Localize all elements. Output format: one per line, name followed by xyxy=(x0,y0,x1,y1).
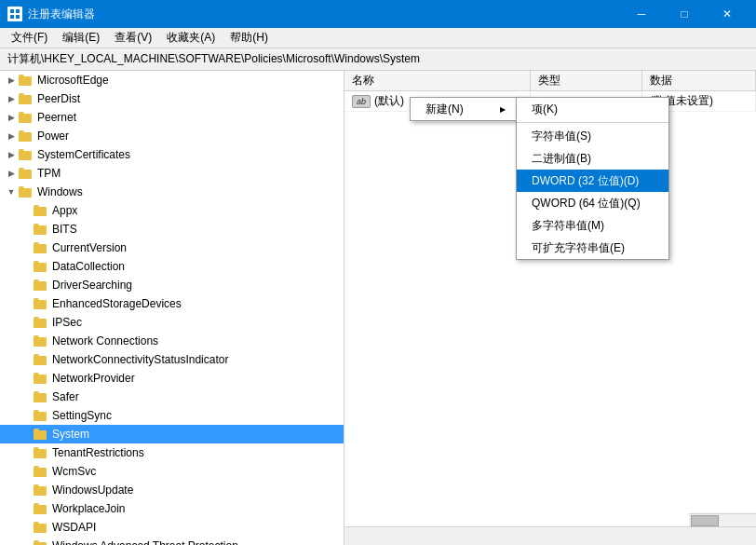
folder-icon xyxy=(34,353,48,366)
folder-icon xyxy=(19,111,34,124)
submenu-item[interactable]: 可扩充字符串值(E) xyxy=(517,237,668,259)
folder-icon xyxy=(34,279,48,292)
folder-icon xyxy=(34,334,48,347)
folder-icon xyxy=(19,167,34,180)
folder-icon xyxy=(34,316,48,329)
tree-panel[interactable]: ▶MicrosoftEdge▶PeerDist▶Peernet▶Power▶Sy… xyxy=(0,71,344,545)
tree-item-label: WorkplaceJoin xyxy=(52,502,125,515)
tree-item-label: System xyxy=(52,428,89,441)
maximize-button[interactable]: □ xyxy=(663,0,706,28)
tree-expander-icon: ▶ xyxy=(4,166,19,181)
tree-item-label: IPSec xyxy=(52,316,82,329)
tree-expander-icon: ▼ xyxy=(4,184,19,199)
folder-icon xyxy=(34,484,48,497)
tree-item[interactable]: ▶Safer xyxy=(0,388,344,406)
folder-icon xyxy=(19,74,34,87)
tree-item[interactable]: ▶WcmSvc xyxy=(0,462,344,481)
tree-item[interactable]: ▶NetworkProvider xyxy=(0,369,344,388)
tree-expander-icon: ▶ xyxy=(4,91,19,106)
tree-item[interactable]: ▶SystemCertificates xyxy=(0,145,344,164)
tree-item[interactable]: ▶EnhancedStorageDevices xyxy=(0,294,344,313)
close-button[interactable]: ✕ xyxy=(706,0,749,28)
tree-item[interactable]: ▶Power xyxy=(0,127,344,145)
window-title: 注册表编辑器 xyxy=(28,7,95,22)
tree-item[interactable]: ▶WorkplaceJoin xyxy=(0,499,344,518)
submenu-item[interactable]: QWORD (64 位值)(Q) xyxy=(517,192,668,214)
tree-item-label: Network Connections xyxy=(52,334,158,347)
submenu-item[interactable]: 字符串值(S) xyxy=(517,125,668,147)
right-panel: 名称 类型 数据 ab (默认) REG_SZ (数值未设置) 新建(N) ▶ xyxy=(344,71,756,545)
tree-item[interactable]: ▶TenantRestrictions xyxy=(0,443,344,462)
tree-item[interactable]: ▶WindowsUpdate xyxy=(0,481,344,499)
tree-item-label: Peernet xyxy=(37,111,76,124)
menu-bar: 文件(F) 编辑(E) 查看(V) 收藏夹(A) 帮助(H) xyxy=(0,28,756,48)
submenu-item[interactable]: 二进制值(B) xyxy=(517,147,668,170)
folder-icon xyxy=(19,92,34,105)
svg-rect-1 xyxy=(16,9,20,13)
tree-item-label: MicrosoftEdge xyxy=(37,74,109,87)
tree-expander-icon: ▶ xyxy=(4,129,19,143)
tree-item[interactable]: ▶MicrosoftEdge xyxy=(0,71,344,89)
horizontal-scrollbar[interactable] xyxy=(689,513,756,526)
tree-item-label: TPM xyxy=(37,167,61,180)
new-menu[interactable]: 新建(N) ▶ xyxy=(410,97,521,121)
tree-item-label: EnhancedStorageDevices xyxy=(52,297,182,310)
tree-item[interactable]: ▼Windows xyxy=(0,183,344,201)
submenu[interactable]: 项(K)字符串值(S)二进制值(B)DWORD (32 位值)(D)QWORD … xyxy=(516,97,669,260)
new-menu-item[interactable]: 新建(N) ▶ xyxy=(411,98,520,120)
submenu-item[interactable]: 项(K) xyxy=(517,98,668,120)
tree-item-label: Power xyxy=(37,129,69,143)
tree-item[interactable]: ▶NetworkConnectivityStatusIndicator xyxy=(0,350,344,369)
address-bar: 计算机\HKEY_LOCAL_MACHINE\SOFTWARE\Policies… xyxy=(0,48,756,71)
minimize-button[interactable]: ─ xyxy=(620,0,663,28)
tree-item-label: WcmSvc xyxy=(52,465,96,478)
tree-item[interactable]: ▶CurrentVersion xyxy=(0,238,344,257)
folder-icon xyxy=(34,260,48,273)
folder-icon xyxy=(34,297,48,310)
svg-rect-2 xyxy=(10,15,14,19)
svg-rect-3 xyxy=(16,15,20,19)
folder-icon xyxy=(34,204,48,217)
tree-item[interactable]: ▶Network Connections xyxy=(0,332,344,350)
tree-item-label: Windows Advanced Threat Protection xyxy=(52,539,238,545)
tree-item[interactable]: ▶Windows Advanced Threat Protection xyxy=(0,537,344,545)
folder-icon xyxy=(34,223,48,236)
tree-item[interactable]: ▶DriverSearching xyxy=(0,276,344,294)
folder-icon xyxy=(34,521,48,534)
tree-item[interactable]: ▶IPSec xyxy=(0,313,344,332)
tree-item-label: Safer xyxy=(52,390,79,403)
folder-icon xyxy=(34,539,48,545)
context-menu-overlay: 新建(N) ▶ 项(K)字符串值(S)二进制值(B)DWORD (32 位值)(… xyxy=(344,71,756,545)
tree-item[interactable]: ▶Appx xyxy=(0,201,344,220)
menu-separator xyxy=(517,122,668,123)
tree-item[interactable]: ▶PeerDist xyxy=(0,89,344,108)
menu-favorites[interactable]: 收藏夹(A) xyxy=(159,28,223,48)
tree-item[interactable]: ▶BITS xyxy=(0,220,344,238)
tree-item[interactable]: ▶DataCollection xyxy=(0,257,344,276)
tree-item-label: WSDAPI xyxy=(52,521,96,534)
tree-item-label: Windows xyxy=(37,185,83,198)
submenu-arrow-icon: ▶ xyxy=(500,105,506,114)
folder-icon xyxy=(34,372,48,385)
menu-edit[interactable]: 编辑(E) xyxy=(55,28,107,48)
tree-item-label: NetworkProvider xyxy=(52,372,135,385)
submenu-item[interactable]: 多字符串值(M) xyxy=(517,214,668,237)
menu-help[interactable]: 帮助(H) xyxy=(223,28,276,48)
menu-view[interactable]: 查看(V) xyxy=(107,28,159,48)
menu-file[interactable]: 文件(F) xyxy=(4,28,55,48)
tree-expander-icon: ▶ xyxy=(4,147,19,162)
tree-item[interactable]: ▶WSDAPI xyxy=(0,518,344,537)
title-bar: 注册表编辑器 ─ □ ✕ xyxy=(0,0,756,28)
tree-item[interactable]: ▶SettingSync xyxy=(0,406,344,425)
tree-expander-icon: ▶ xyxy=(4,73,19,88)
submenu-item[interactable]: DWORD (32 位值)(D) xyxy=(517,170,668,192)
tree-item[interactable]: ▶Peernet xyxy=(0,108,344,127)
tree-item-label: WindowsUpdate xyxy=(52,484,133,497)
folder-icon xyxy=(34,409,48,422)
scrollbar-thumb[interactable] xyxy=(691,515,719,526)
tree-item[interactable]: ▶System xyxy=(0,425,344,443)
tree-item-label: Appx xyxy=(52,204,77,217)
tree-item[interactable]: ▶TPM xyxy=(0,164,344,183)
folder-icon xyxy=(34,502,48,515)
window-controls: ─ □ ✕ xyxy=(620,0,749,28)
